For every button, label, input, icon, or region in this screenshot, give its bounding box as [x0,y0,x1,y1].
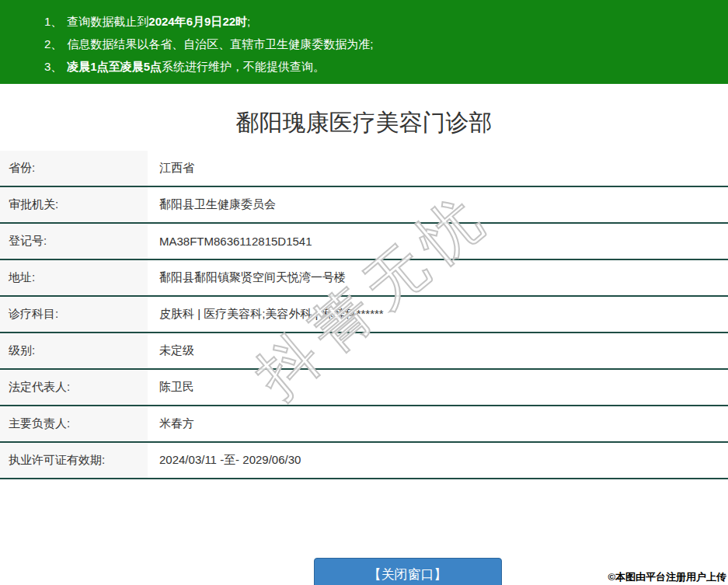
notice-text: ; [247,15,250,28]
notice-line-2: 2、信息数据结果以各省、自治区、直辖市卫生健康委数据为准; [44,33,712,55]
row-label: 执业许可证有效期: [0,443,148,478]
notice-number: 2、 [44,37,62,50]
row-label: 省份: [0,151,148,186]
notice-text: 系统进行维护，不能提供查询。 [162,60,325,73]
notice-number: 1、 [44,15,62,28]
row-label: 审批机关: [0,187,148,222]
institution-info-table: 省份: 江西省 审批机关: 鄱阳县卫生健康委员会 登记号: MA38FTM863… [0,151,728,479]
row-value: 鄱阳县鄱阳镇聚贤空间天悦湾一号楼 [148,260,728,295]
notice-line-1: 1、查询数据截止到2024年6月9日22时; [44,10,712,33]
row-value: 皮肤科 | 医疗美容科;美容外科 | 麻醉科****** [148,297,728,332]
table-row-registration-number: 登记号: MA38FTM8636112815D1541 [0,224,728,260]
notice-number: 3、 [44,60,62,73]
table-row-main-responsible-person: 主要负责人: 米春方 [0,406,728,443]
notice-text: 信息数据结果以各省、自治区、直辖市卫生健康委数据为准; [67,37,373,50]
row-label: 主要负责人: [0,406,148,441]
row-value: 江西省 [148,151,728,186]
row-label: 地址: [0,260,148,295]
table-row-license-validity: 执业许可证有效期: 2024/03/11 -至- 2029/06/30 [0,443,728,479]
table-row-medical-subjects: 诊疗科目: 皮肤科 | 医疗美容科;美容外科 | 麻醉科****** [0,297,728,333]
row-value: 米春方 [148,406,728,441]
upload-credit-text: ©本图由平台注册用户上传 [608,570,726,584]
row-value: 鄱阳县卫生健康委员会 [148,187,728,222]
page-title: 鄱阳瑰康医疗美容门诊部 [0,106,728,140]
close-window-button[interactable]: 【关闭窗口】 [314,558,502,585]
row-label: 级别: [0,333,148,368]
notice-text-bold: 2024年6月9日22时 [148,15,247,28]
row-value: 未定级 [148,333,728,368]
notice-text: 查询数据截止到 [67,15,148,28]
notice-text-bold: 凌晨1点至凌晨5点 [67,60,162,73]
row-value: 陈卫民 [148,370,728,405]
notice-line-3: 3、凌晨1点至凌晨5点系统进行维护，不能提供查询。 [44,55,712,78]
table-row-approval-authority: 审批机关: 鄱阳县卫生健康委员会 [0,187,728,224]
row-label: 法定代表人: [0,370,148,405]
row-value: MA38FTM8636112815D1541 [148,224,728,259]
notice-banner: 1、查询数据截止到2024年6月9日22时; 2、信息数据结果以各省、自治区、直… [0,0,728,84]
row-value: 2024/03/11 -至- 2029/06/30 [148,443,728,478]
table-row-province: 省份: 江西省 [0,151,728,187]
table-row-address: 地址: 鄱阳县鄱阳镇聚贤空间天悦湾一号楼 [0,260,728,297]
table-row-legal-representative: 法定代表人: 陈卫民 [0,370,728,406]
row-label: 诊疗科目: [0,297,148,332]
table-row-level: 级别: 未定级 [0,333,728,370]
row-label: 登记号: [0,224,148,259]
